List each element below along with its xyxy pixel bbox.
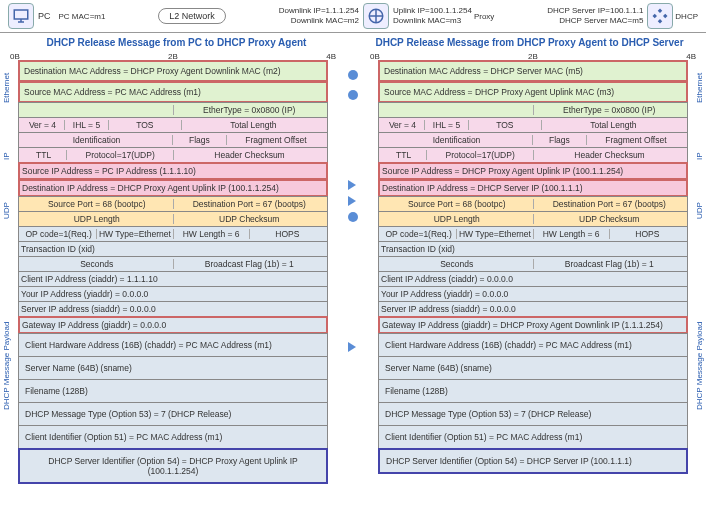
svg-rect-0: [14, 10, 28, 19]
pl-chaddr-r: Client Hardware Address (16B) (chaddr) =…: [378, 333, 688, 357]
ip-r2-r: IdentificationFlagsFragment Offset: [378, 132, 688, 148]
proxy-ul-mac: Downlink MAC=m3: [393, 16, 472, 26]
udp-len-ck: UDP LengthUDP Checksum: [18, 211, 328, 227]
arrow-right-icon: [348, 180, 356, 190]
vlabel-payload-r: DHCP Message Payload: [695, 226, 704, 490]
eth-src-r: Source MAC Address = DHCP Proxy Agent Up…: [378, 81, 688, 103]
eth-type-r: EtherType = 0x0800 (IP): [378, 102, 688, 118]
pl-fname-r: Filename (128B): [378, 379, 688, 403]
arrow-dot-icon: [348, 212, 358, 222]
right-packet: 0B2B4B Ethernet Destination MAC Address …: [366, 52, 700, 484]
pl-clientid-r: Client Identifier (Option 51) = PC MAC A…: [378, 425, 688, 449]
pl-sec-bf: SecondsBroadcast Flag (1b) = 1: [18, 256, 328, 272]
dhcp-mac: DHCP Server MAC=m5: [547, 16, 643, 26]
proxy-icon: [363, 3, 389, 29]
pl-r1: OP code=1(Req.)HW Type=EthernetHW Length…: [18, 226, 328, 242]
vlabel-ip-r: IP: [695, 117, 704, 195]
pl-xid: Transaction ID (xid): [18, 241, 328, 257]
title-left: DHCP Release Message from PC to DHCP Pro…: [0, 37, 353, 48]
pl-ciaddr: Client IP Address (ciaddr) = 1.1.1.10: [18, 271, 328, 287]
titles-row: DHCP Release Message from PC to DHCP Pro…: [0, 33, 706, 52]
left-packet: 0B2B4B Ethernet Destination MAC Address …: [6, 52, 340, 484]
pl-sname: Server Name (64B) (sname): [18, 356, 328, 380]
pl-r1-r: OP code=1(Req.)HW Type=EthernetHW Length…: [378, 226, 688, 242]
pl-giaddr-r: Gateway IP Address (giaddr) = DHCP Proxy…: [378, 316, 688, 334]
arrow-right-icon: [348, 196, 356, 206]
dhcp-label: DHCP: [675, 12, 698, 21]
arrow-column: [340, 52, 366, 484]
top-bar: PC PC MAC=m1 L2 Network Downlink IP=1.1.…: [0, 0, 706, 33]
pl-serverid-r: DHCP Server Identifier (Option 54) = DHC…: [378, 448, 688, 474]
pl-giaddr: Gateway IP Address (giaddr) = 0.0.0.0: [18, 316, 328, 334]
pl-msgtype: DHCP Message Type (Option 53) = 7 (DHCP …: [18, 402, 328, 426]
vlabel-ethernet: Ethernet: [2, 60, 11, 116]
eth-dst: Destination MAC Address = DHCP Proxy Age…: [18, 60, 328, 82]
ip-r2: IdentificationFlagsFragment Offset: [18, 132, 328, 148]
title-right: DHCP Release Message from DHCP Proxy Age…: [353, 37, 706, 48]
eth-dst-r: Destination MAC Address = DHCP Server MA…: [378, 60, 688, 82]
pc-icon: [8, 3, 34, 29]
ip-r1: Ver = 4IHL = 5TOSTotal Length: [18, 117, 328, 133]
vlabel-udp: UDP: [2, 196, 11, 226]
proxy-ul-ip: Uplink IP=100.1.1.254: [393, 6, 472, 16]
proxy-label: Proxy: [474, 12, 494, 21]
udp-ports-r: Source Port = 68 (bootpc)Destination Por…: [378, 196, 688, 212]
pl-yiaddr: Your IP Address (yiaddr) = 0.0.0.0: [18, 286, 328, 302]
pl-clientid: Client Identifier (Option 51) = PC MAC A…: [18, 425, 328, 449]
pl-siaddr: Server IP address (siaddr) = 0.0.0.0: [18, 301, 328, 317]
ip-r3: TTLProtocol=17(UDP)Header Checksum: [18, 147, 328, 163]
pc-label: PC: [38, 11, 51, 21]
ip-src: Source IP Address = PC IP Address (1.1.1…: [18, 162, 328, 180]
pl-fname: Filename (128B): [18, 379, 328, 403]
pl-chaddr: Client Hardware Address (16B) (chaddr) =…: [18, 333, 328, 357]
l2-network-badge: L2 Network: [158, 8, 226, 24]
udp-len-ck-r: UDP LengthUDP Checksum: [378, 211, 688, 227]
pl-msgtype-r: DHCP Message Type (Option 53) = 7 (DHCP …: [378, 402, 688, 426]
eth-src: Source MAC Address = PC MAC Address (m1): [18, 81, 328, 103]
ip-r3-r: TTLProtocol=17(UDP)Header Checksum: [378, 147, 688, 163]
ip-src-r: Source IP Address = DHCP Proxy Agent Upl…: [378, 162, 688, 180]
ip-r1-r: Ver = 4IHL = 5TOSTotal Length: [378, 117, 688, 133]
udp-ports: Source Port = 68 (bootpc)Destination Por…: [18, 196, 328, 212]
ip-dst: Destination IP Address = DHCP Proxy Agen…: [18, 179, 328, 197]
arrow-dot-icon: [348, 90, 358, 100]
pl-ciaddr-r: Client IP Address (ciaddr) = 0.0.0.0: [378, 271, 688, 287]
pc-mac-label: PC MAC=m1: [59, 12, 106, 21]
eth-type: EtherType = 0x0800 (IP): [18, 102, 328, 118]
vlabel-payload: DHCP Message Payload: [2, 226, 11, 490]
pl-serverid: DHCP Server Identifier (Option 54) = DHC…: [18, 448, 328, 484]
dhcp-server-icon: [647, 3, 673, 29]
pl-sec-bf-r: SecondsBroadcast Flag (1b) = 1: [378, 256, 688, 272]
arrow-right-icon: [348, 342, 356, 352]
vlabel-ip: IP: [2, 117, 11, 195]
ip-dst-r: Destination IP Address = DHCP Server IP …: [378, 179, 688, 197]
pl-siaddr-r: Server IP address (siaddr) = 0.0.0.0: [378, 301, 688, 317]
pl-yiaddr-r: Your IP Address (yiaddr) = 0.0.0.0: [378, 286, 688, 302]
proxy-dl-ip: Downlink IP=1.1.1.254: [279, 6, 359, 16]
pl-sname-r: Server Name (64B) (sname): [378, 356, 688, 380]
pl-xid-r: Transaction ID (xid): [378, 241, 688, 257]
dhcp-ip: DHCP Server IP=100.1.1.1: [547, 6, 643, 16]
vlabel-ethernet-r: Ethernet: [695, 60, 704, 116]
proxy-dl-mac: Downlink MAC=m2: [279, 16, 359, 26]
arrow-dot-icon: [348, 70, 358, 80]
vlabel-udp-r: UDP: [695, 196, 704, 226]
